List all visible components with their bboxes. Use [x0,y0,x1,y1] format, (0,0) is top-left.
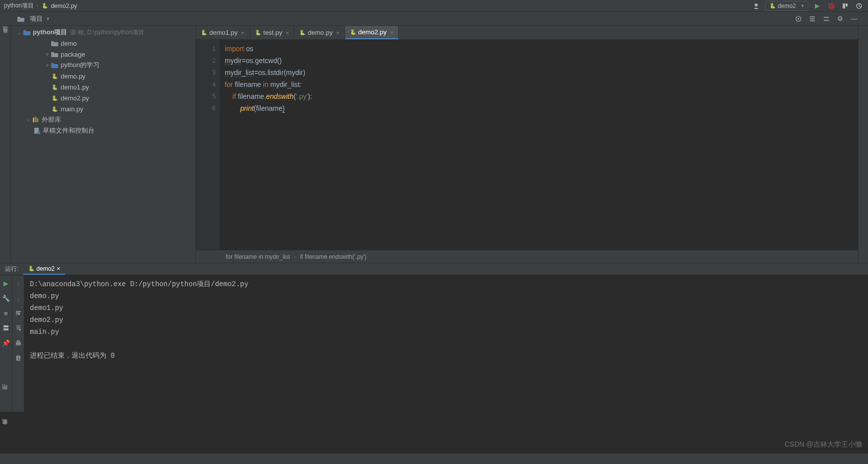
run-panel-header: 运行: 🐍 demo2 × [0,263,868,275]
svg-point-3 [798,18,799,19]
python-file-icon: 🐍 [51,83,59,91]
locate-icon[interactable] [793,14,803,24]
line-number[interactable]: 1 [196,43,216,55]
coverage-icon[interactable] [840,1,850,11]
tree-item[interactable]: 🐍main.py [11,103,195,114]
close-icon[interactable]: × [241,30,244,36]
tree-item-label: python的学习 [61,61,99,70]
code-line[interactable]: mydir=os.getcwd() [225,55,858,67]
code-breadcrumb[interactable]: for filename in mydir_list › if filename… [196,250,858,263]
tree-item-label: package [61,51,85,58]
run-config-selector[interactable]: 🐍 demo2 ▼ [765,1,808,11]
code-line[interactable]: mydir_list=os.listdir(mydir) [225,67,858,78]
run-toolbar-2: ↑ ↓ 🖶 🗑 [12,275,24,412]
run-panel-label: 运行: [0,265,23,273]
chevron-right-icon: > [44,52,51,57]
expand-all-icon[interactable] [807,14,817,24]
project-panel-title[interactable]: 项目 [30,14,43,23]
editor-tab[interactable]: 🐍demo.py× [294,26,345,39]
line-number[interactable]: 3 [196,67,216,78]
svg-rect-10 [3,328,8,330]
code-line[interactable]: if filename.endswith('.py'): [225,90,858,102]
line-gutter[interactable]: 12345💡6 [196,40,220,250]
python-file-icon: 🐍 [51,72,59,80]
python-icon: 🐍 [28,266,34,271]
print-icon[interactable]: 🖶 [13,338,23,348]
tree-item[interactable]: demo [11,38,195,49]
stop-icon[interactable]: ■ [1,308,11,318]
chevron-right-icon: › [25,117,32,123]
profile-icon[interactable] [854,1,864,11]
python-file-icon: 🐍 [51,105,59,113]
run-config-label: demo2 [778,2,796,9]
tree-item[interactable]: 🐍demo2.py [11,92,195,103]
tree-ext-libs-label: 外部库 [42,115,61,124]
scroll-icon[interactable] [13,323,23,333]
run-tab[interactable]: 🐍 demo2 × [23,263,65,275]
wrap-icon[interactable] [13,308,23,318]
minimize-icon[interactable]: — [849,14,859,24]
code-line[interactable]: import os [225,43,858,55]
right-tool-gutter [858,26,868,263]
tree-item[interactable]: 🐍demo1.py [11,81,195,92]
layout-icon[interactable] [1,323,11,333]
run-output[interactable]: D:\anaconda3\python.exe D:/python/python… [24,275,868,412]
tree-ext-libs[interactable]: › 外部库 [11,114,195,125]
line-number[interactable]: 2 [196,55,216,67]
line-number[interactable]: 5💡 [196,90,216,102]
folder-icon [23,28,31,36]
close-icon[interactable]: × [336,30,339,36]
tree-item[interactable]: 🐍demo.py [11,71,195,81]
wrench-icon[interactable]: 🔧 [1,293,11,303]
folder-icon [51,39,59,47]
python-file-icon: 🐍 [41,2,49,10]
debug-icon[interactable]: 🐞 [826,1,836,11]
svg-rect-4 [33,118,34,122]
tab-label: demo2.py [358,28,387,36]
breadcrumb-file[interactable]: demo2.py [51,2,77,9]
tree-root[interactable]: ⌄ python项目 源 根, D:\python\python项目 [11,27,195,38]
tree-root-label: python项目 [33,28,67,37]
collapse-all-icon[interactable] [821,14,831,24]
run-tab-label: demo2 [36,265,55,272]
project-tree[interactable]: ⌄ python项目 源 根, D:\python\python项目 demo>… [11,26,195,263]
crumb-sep: › [294,253,296,260]
svg-point-8 [37,131,40,134]
trash-icon[interactable]: 🗑 [13,353,23,363]
python-file-icon: 🐍 [255,30,261,35]
crumb-1[interactable]: for filename in mydir_list [226,253,290,260]
close-icon[interactable]: × [390,29,393,35]
close-icon[interactable]: × [286,30,289,36]
crumb-2[interactable]: if filename.endswith('.py') [300,253,366,260]
structure-icon[interactable]: ▦ [3,28,7,33]
tab-label: demo.py [308,29,333,36]
up-icon[interactable]: ↑ [13,278,23,288]
code-line[interactable]: for filename in mydir_list: [225,78,858,90]
editor-tab[interactable]: 🐍demo1.py× [196,26,250,39]
breadcrumb-sep: › [36,2,38,9]
close-icon[interactable]: × [57,265,60,272]
svg-point-0 [755,3,758,6]
tree-item[interactable]: >python的学习 [11,60,195,71]
folder-icon [51,50,59,58]
line-number[interactable]: 6 [196,102,216,114]
chevron-down-icon: ⌄ [16,30,23,35]
tab-label: test.py [263,29,282,36]
down-icon[interactable]: ↓ [13,293,23,303]
pin-icon[interactable]: 📌 [1,338,11,348]
line-number[interactable]: 4 [196,78,216,90]
chevron-right-icon: > [44,63,51,68]
editor-tab[interactable]: 🐍demo2.py× [345,26,399,39]
user-icon[interactable] [751,1,761,11]
code-editor[interactable]: import osmydir=os.getcwd()mydir_list=os.… [220,40,858,250]
code-line[interactable]: print(filename) [225,102,858,114]
rerun-icon[interactable]: ▶ [1,278,11,288]
editor-tab[interactable]: 🐍test.py× [250,26,295,39]
tree-item[interactable]: >package [11,49,195,60]
run-icon[interactable]: ▶ [812,1,822,11]
tree-scratch[interactable]: 草稿文件和控制台 [11,125,195,136]
tree-root-hint: 源 根, D:\python\python项目 [70,28,144,37]
breadcrumb-project[interactable]: python项目 [4,1,34,10]
settings-icon[interactable]: ⚙ [835,14,845,24]
chevron-down-icon[interactable]: ▼ [46,16,50,21]
